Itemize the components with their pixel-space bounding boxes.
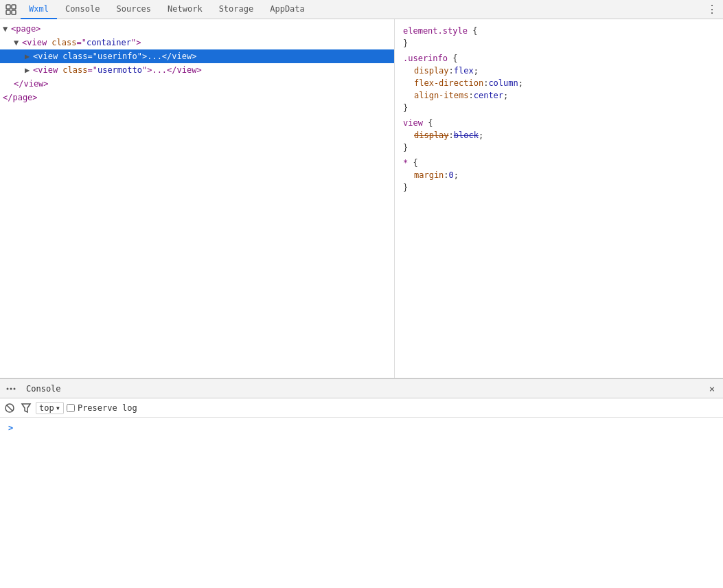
css-prop-display-block: display:block; bbox=[403, 129, 715, 142]
svg-marker-9 bbox=[22, 404, 30, 412]
dom-line-userinfo[interactable]: ▶ <view class="userinfo">...</view> bbox=[0, 49, 394, 63]
preserve-log-label: Preserve log bbox=[78, 403, 137, 413]
svg-rect-2 bbox=[6, 10, 10, 14]
css-selector-userinfo: .userinfo { bbox=[403, 52, 715, 65]
clear-console-icon[interactable] bbox=[3, 401, 16, 415]
css-selector-star: * { bbox=[403, 157, 715, 169]
css-selector-view: view { bbox=[403, 117, 715, 129]
devtools-icon[interactable] bbox=[3, 1, 19, 18]
attr-class-name: class bbox=[51, 38, 76, 47]
tab-sources[interactable]: Sources bbox=[108, 0, 159, 19]
attr-class-value-container: container bbox=[87, 38, 131, 47]
tab-wxml[interactable]: Wxml bbox=[21, 0, 57, 19]
console-prompt-line[interactable]: > bbox=[3, 420, 720, 436]
console-section: Console × top ▾ Preserve log bbox=[0, 378, 723, 588]
css-block-star: * { margin:0; } bbox=[403, 157, 715, 194]
css-prop-display-flex: display:flex; bbox=[403, 65, 715, 77]
console-filter-bar: top ▾ Preserve log bbox=[0, 398, 723, 418]
tag-page-open: <page> bbox=[11, 24, 41, 34]
console-toolbar: Console × bbox=[0, 379, 723, 398]
attr-class-value-usermotto: usermotto bbox=[97, 65, 142, 75]
css-block-userinfo: .userinfo { display:flex; flex-direction… bbox=[403, 52, 715, 114]
console-tab-label: Console bbox=[21, 384, 67, 394]
css-prop-flex-direction: flex-direction:column; bbox=[403, 77, 715, 89]
dom-line-page[interactable]: ▼ <page> bbox=[0, 22, 394, 36]
svg-point-6 bbox=[14, 387, 16, 389]
css-prop-margin: margin:0; bbox=[403, 169, 715, 181]
console-menu-icon[interactable] bbox=[3, 381, 19, 397]
tag-view-open: <view bbox=[22, 38, 51, 47]
triangle-userinfo[interactable]: ▶ bbox=[25, 50, 33, 63]
prompt-arrow-icon: > bbox=[8, 423, 13, 433]
tag-page-close: </page> bbox=[3, 93, 38, 102]
css-block-view: view { display:block; } bbox=[403, 117, 715, 154]
tag-view-close: </view> bbox=[14, 79, 49, 89]
css-closing-brace-element-style: } bbox=[403, 37, 715, 49]
context-selector-arrow: ▾ bbox=[56, 403, 60, 413]
triangle-container[interactable]: ▼ bbox=[14, 36, 22, 49]
tag-close-userinfo: ">...</view> bbox=[137, 52, 197, 61]
filter-icon[interactable] bbox=[19, 401, 33, 415]
dom-panel: ▼ <page> ▼ <view class="container"> ▶ <v… bbox=[0, 19, 395, 378]
context-selector[interactable]: top ▾ bbox=[36, 402, 64, 414]
css-closing-brace-userinfo: } bbox=[403, 102, 715, 114]
svg-line-8 bbox=[7, 405, 13, 411]
tag-view-usermotto-open: <view bbox=[33, 65, 62, 75]
tab-console[interactable]: Console bbox=[57, 0, 108, 19]
tab-network[interactable]: Network bbox=[159, 0, 211, 19]
css-panel: element.style { } .userinfo { display:fl… bbox=[395, 19, 723, 378]
console-content: > bbox=[0, 418, 723, 588]
svg-point-4 bbox=[7, 387, 9, 389]
console-close-button[interactable]: × bbox=[704, 381, 720, 397]
svg-rect-0 bbox=[6, 5, 10, 9]
dom-line-page-close[interactable]: </page> bbox=[0, 91, 394, 104]
attr-class-name-userinfo: class=" bbox=[62, 52, 97, 61]
more-options-icon[interactable]: ⋮ bbox=[704, 1, 720, 18]
preserve-log-area: Preserve log bbox=[67, 403, 137, 413]
css-prop-align-items: align-items:center; bbox=[403, 89, 715, 102]
dom-line-container[interactable]: ▼ <view class="container"> bbox=[0, 36, 394, 49]
css-selector-element-style: element.style { bbox=[403, 25, 715, 37]
main-area: ▼ <page> ▼ <view class="container"> ▶ <v… bbox=[0, 19, 723, 378]
css-closing-brace-view: } bbox=[403, 142, 715, 154]
dom-line-view-close[interactable]: </view> bbox=[0, 77, 394, 91]
context-selector-label: top bbox=[39, 403, 54, 413]
attr-class-name-usermotto: class bbox=[62, 65, 87, 75]
css-closing-brace-star: } bbox=[403, 181, 715, 194]
tag-view-userinfo: <view bbox=[33, 52, 62, 61]
triangle-page[interactable]: ▼ bbox=[3, 23, 11, 35]
svg-rect-1 bbox=[12, 5, 16, 9]
tab-appdata[interactable]: AppData bbox=[262, 0, 313, 19]
dom-line-usermotto[interactable]: ▶ <view class="usermotto">...</view> bbox=[0, 63, 394, 77]
main-toolbar: Wxml Console Sources Network Storage App… bbox=[0, 0, 723, 19]
attr-class-value-userinfo: userinfo bbox=[97, 52, 137, 61]
css-block-element-style: element.style { } bbox=[403, 25, 715, 49]
triangle-usermotto[interactable]: ▶ bbox=[25, 64, 33, 76]
svg-rect-3 bbox=[12, 10, 16, 14]
svg-point-5 bbox=[10, 387, 12, 389]
preserve-log-checkbox[interactable] bbox=[67, 404, 75, 412]
tab-storage[interactable]: Storage bbox=[211, 0, 262, 19]
